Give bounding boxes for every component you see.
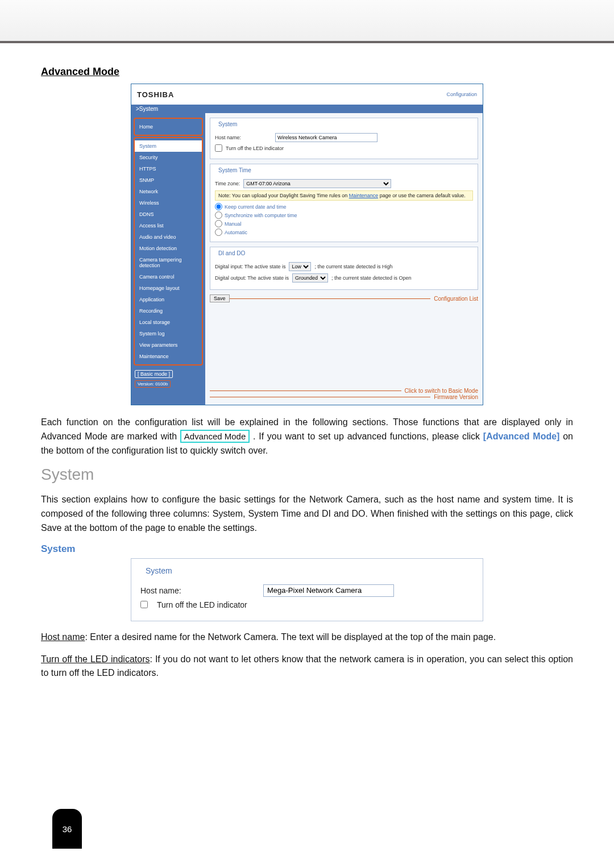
timezone-label: Time zone: [215, 181, 240, 186]
sidebar: Home System Security HTTPS SNMP Network … [131, 113, 205, 405]
do-text-pre: Digital output: The active state is [215, 275, 289, 281]
sidebar-item[interactable]: Audio and video [135, 231, 202, 243]
advanced-mode-badge: Advanced Mode [180, 430, 250, 443]
time-keep-radio[interactable] [215, 203, 222, 210]
sidebar-item-home[interactable]: Home [135, 121, 202, 132]
sidebar-item[interactable]: System log [135, 328, 202, 339]
basic-mode-button[interactable]: [ Basic mode ] [135, 370, 173, 378]
firmware-version-label: Version: 0100b [135, 380, 171, 388]
brand-logo: TOSHIBA [137, 90, 174, 99]
di-select[interactable]: Low [289, 262, 311, 271]
sidebar-item[interactable]: Local storage [135, 317, 202, 328]
sidebar-item[interactable]: Recording [135, 305, 202, 317]
time-auto-radio[interactable] [215, 229, 222, 236]
sidebar-item[interactable]: Access list [135, 220, 202, 231]
sidebar-item[interactable]: SNMP [135, 175, 202, 186]
section-heading-system: System [41, 466, 573, 484]
configuration-link[interactable]: Configuration [446, 92, 477, 97]
sidebar-item[interactable]: Network [135, 186, 202, 197]
sidebar-item[interactable]: DDNS [135, 209, 202, 220]
fieldset-legend-system: System [217, 121, 238, 127]
panel-led-checkbox[interactable] [140, 601, 148, 608]
sidebar-item[interactable]: Homepage layout [135, 283, 202, 294]
panel-led-label: Turn off the LED indicator [157, 600, 247, 609]
sidebar-item[interactable]: Camera tampering detection [135, 254, 202, 271]
led-checkbox[interactable] [215, 144, 222, 152]
fieldset-legend-dido: DI and DO [217, 250, 246, 256]
hostname-definition: Host name: Enter a desired name for the … [41, 630, 573, 645]
led-label: Turn off the LED indicator [226, 146, 284, 151]
sidebar-item[interactable]: Maintenance [135, 351, 202, 362]
system-panel: System Host name: Turn off the LED indic… [131, 558, 483, 621]
advanced-mode-link[interactable]: [Advanced Mode] [483, 431, 560, 441]
breadcrumb: >System [131, 105, 483, 113]
fieldset-legend-systemtime: System Time [217, 167, 252, 173]
page-header-bar [0, 0, 614, 43]
sidebar-item[interactable]: Application [135, 294, 202, 305]
hostname-input[interactable] [275, 133, 377, 142]
save-button[interactable]: Save [210, 294, 230, 302]
dst-note: Note: You can upload your Daylight Savin… [215, 190, 473, 201]
time-keep-label: Keep current date and time [225, 204, 287, 210]
config-screenshot: TOSHIBA Configuration >System Home Syste… [131, 84, 483, 405]
callout-firmware-version: Firmware Version [430, 394, 478, 400]
panel-hostname-label: Host name: [140, 586, 254, 595]
led-definition: Turn off the LED indicators: If you do n… [41, 653, 573, 681]
time-manual-radio[interactable] [215, 220, 222, 227]
do-text-post: ; the current state detected is Open [331, 275, 412, 281]
timezone-select[interactable]: GMT-07:00 Arizona [243, 179, 391, 188]
di-text-pre: Digital input: The active state is [215, 264, 285, 269]
heading-advanced-mode: Advanced Mode [41, 66, 573, 78]
callout-switch-basic: Click to switch to Basic Mode [401, 388, 479, 394]
panel-hostname-input[interactable] [263, 584, 394, 597]
intro-paragraph: Each function on the configuration list … [41, 416, 573, 458]
time-sync-radio[interactable] [215, 211, 222, 219]
sidebar-item-system[interactable]: System [135, 140, 202, 152]
do-select[interactable]: Grounded [292, 273, 328, 283]
sidebar-item[interactable]: HTTPS [135, 163, 202, 175]
panel-legend-system: System [144, 566, 174, 575]
maintenance-link[interactable]: Maintenance [349, 193, 379, 198]
sidebar-item[interactable]: Motion detection [135, 243, 202, 254]
callout-config-list: Configuration List [430, 296, 478, 302]
sidebar-item[interactable]: View parameters [135, 339, 202, 351]
hostname-label: Host name: [215, 135, 272, 140]
time-sync-label: Synchronize with computer time [225, 213, 297, 218]
subsection-heading-system: System [41, 543, 573, 555]
di-text-post: ; the current state detected is High [314, 264, 392, 269]
sidebar-item[interactable]: Camera control [135, 271, 202, 283]
sidebar-item[interactable]: Wireless [135, 197, 202, 209]
page-number: 36 [52, 809, 82, 849]
time-manual-label: Manual [225, 221, 242, 227]
system-description: This section explains how to configure t… [41, 493, 573, 535]
time-auto-label: Automatic [225, 230, 247, 235]
sidebar-item[interactable]: Security [135, 152, 202, 163]
